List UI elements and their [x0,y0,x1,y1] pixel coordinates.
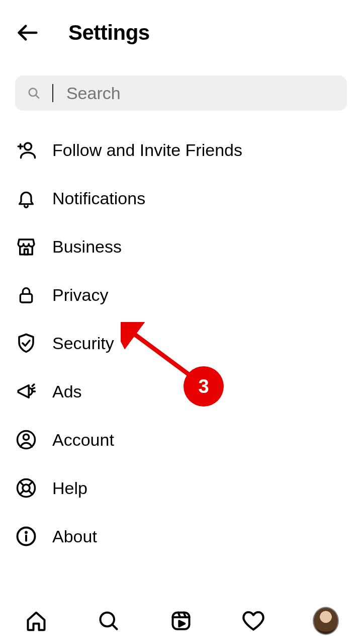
svg-rect-7 [20,294,32,302]
list-item-label: Privacy [52,285,108,305]
list-item-label: Help [52,478,87,498]
list-item-label: About [52,527,97,546]
settings-screen: Settings Follow and Invite Friends Notif… [0,0,362,644]
list-item-label: Business [52,237,122,257]
list-item-label: Security [52,334,114,353]
search-input[interactable] [66,84,335,103]
list-item-about[interactable]: About [15,512,347,560]
list-item-follow-invite[interactable]: Follow and Invite Friends [15,126,347,174]
list-item-label: Account [52,430,114,450]
nav-profile[interactable] [313,608,339,634]
nav-home[interactable] [23,608,49,634]
add-user-icon [15,139,37,161]
search-icon [98,610,120,632]
list-item-business[interactable]: Business [15,222,347,271]
lock-icon [15,284,37,306]
header: Settings [0,0,362,55]
back-button[interactable] [15,20,40,45]
svg-line-2 [36,95,38,98]
list-item-ads[interactable]: Ads [15,367,347,416]
nav-reels[interactable] [168,608,194,634]
list-item-help[interactable]: Help [15,464,347,512]
svg-line-18 [29,482,33,486]
svg-rect-6 [25,249,28,255]
info-circle-icon [15,525,37,547]
svg-point-3 [25,143,32,150]
search-container [0,55,362,116]
list-item-label: Notifications [52,189,145,208]
shield-check-icon [15,332,37,354]
settings-list: Follow and Invite Friends Notifications … [0,116,362,560]
reels-icon [170,610,192,632]
arrow-left-icon [16,21,39,44]
list-item-account[interactable]: Account [15,416,347,464]
svg-line-25 [112,624,117,629]
list-item-privacy[interactable]: Privacy [15,271,347,319]
list-item-label: Follow and Invite Friends [52,140,242,160]
nav-search[interactable] [96,608,122,634]
svg-line-10 [32,388,34,389]
svg-line-17 [20,491,24,495]
svg-line-16 [29,491,33,495]
svg-line-15 [20,482,24,486]
page-title: Settings [68,21,150,45]
search-field[interactable] [15,75,347,111]
home-icon [25,610,47,632]
bell-icon [15,187,37,209]
list-item-security[interactable]: Security [15,319,347,367]
bottom-nav [0,598,362,644]
search-icon [27,86,40,101]
life-ring-icon [15,477,37,499]
svg-point-12 [23,434,29,440]
nav-activity[interactable] [240,608,266,634]
svg-point-21 [26,532,27,533]
list-item-notifications[interactable]: Notifications [15,174,347,222]
svg-marker-30 [179,621,185,626]
svg-line-8 [32,384,34,386]
user-circle-icon [15,429,37,451]
storefront-icon [15,235,37,258]
megaphone-icon [15,380,37,403]
profile-avatar [313,607,339,635]
list-item-label: Ads [52,382,82,401]
text-cursor [52,84,53,102]
heart-icon [242,609,265,632]
